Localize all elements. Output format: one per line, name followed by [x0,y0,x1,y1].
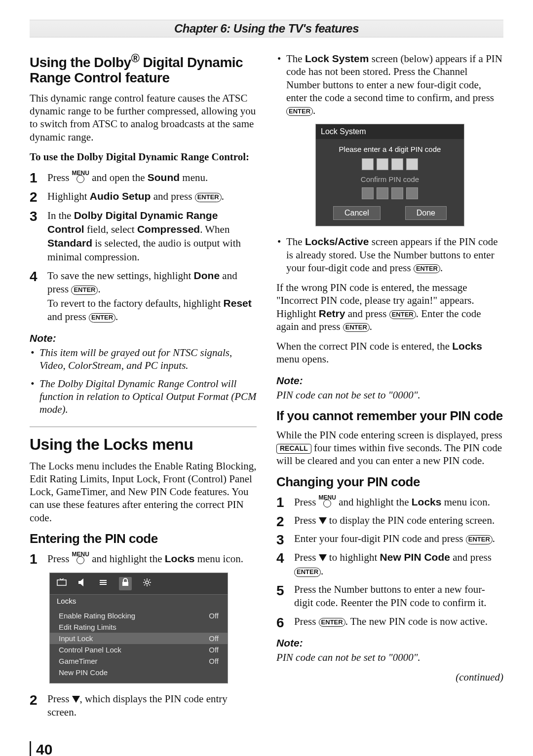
osd-row: Input LockOff [50,633,228,644]
change-pin-step-6: Press ENTER. The new PIN code is now act… [276,615,503,628]
bullet-lock-system: The Lock System screen (below) appears i… [276,52,503,117]
dolby-step-4: To save the new settings, highlight Done… [30,269,257,324]
note-heading: Note: [30,332,257,344]
enter-button-icon: ENTER [343,323,370,332]
svg-line-16 [149,579,150,580]
enter-button-icon: ENTER [319,618,345,627]
note-item: The Dolby Digital Dynamic Range Control … [30,377,257,416]
dialog-confirm: Confirm PIN code [316,172,464,185]
note-heading: Note: [276,637,503,649]
osd-row: GameTimerOff [50,655,228,667]
osd-row: New PIN Code [50,667,228,678]
heading-locks-menu: Using the Locks menu [30,436,257,453]
enter-pin-step-1: Press MENU and highlight the Locks menu … [30,551,257,566]
menu-button-icon: MENU [72,170,89,184]
pin-box [406,158,418,170]
dialog-msg: Please enter a 4 digit PIN code [316,139,464,156]
heading-forget-pin: If you cannot remember your PIN code [276,408,503,424]
enter-button-icon: ENTER [389,310,416,319]
continued-label: (continued) [276,671,503,684]
pin-entry-boxes [316,158,464,170]
pin-box [406,187,418,199]
osd-row: Edit Rating Limits [50,621,228,633]
menu-button-icon: MENU [72,551,89,565]
svg-point-8 [146,581,149,584]
locks-intro: The Locks menu includes the Enable Ratin… [30,460,257,524]
settings-icon [98,578,108,589]
dialog-done-button: Done [405,206,447,220]
down-arrow-icon [319,517,327,524]
down-arrow-icon [72,696,80,703]
enter-button-icon: ENTER [195,193,222,202]
heading-enter-pin: Entering the PIN code [30,531,257,546]
heading-dolby: Using the Dolby® Digital Dynamic Range C… [30,52,257,86]
dolby-step-3: In the Dolby Digital Dynamic Range Contr… [30,209,257,264]
page-number: 40 [36,741,52,756]
note-pin-0000-2: PIN code can not be set to "0000". [276,651,503,664]
svg-rect-7 [122,582,128,586]
svg-line-15 [144,584,145,585]
osd-row: Enable Rating BlockingOff [50,610,228,621]
enter-pin-steps-1: Press MENU and highlight the Locks menu … [30,551,257,566]
chapter-header: Chapter 6: Using the TV's features [30,20,503,37]
recall-button-icon: RECALL [276,444,311,454]
wrong-pin-text: If the wrong PIN code is entered, the me… [276,281,503,333]
tv-icon [57,578,67,589]
enter-button-icon: ENTER [89,313,115,323]
enter-pin-step-2: Press , which displays the PIN code entr… [30,692,257,720]
dolby-steps: Press MENU and open the Sound menu. High… [30,170,257,324]
change-pin-steps: Press MENU and highlight the Locks menu … [276,495,503,628]
change-pin-step-4: Press to highlight New PIN Code and pres… [276,550,503,578]
pin-box [362,187,374,199]
left-column: Using the Dolby® Digital Dynamic Range C… [30,52,257,726]
dolby-howto: To use the Dolby Digital Dynamic Range C… [30,150,257,163]
bullet-locks-active: The Locks/Active screen appears if the P… [276,235,503,274]
enter-button-icon: ENTER [71,286,98,295]
chapter-title: Chapter 6: Using the TV's features [174,22,359,35]
page-footer: 40 [30,741,503,756]
lock-icon [119,577,132,590]
right-column: The Lock System screen (below) appears i… [276,52,503,726]
forget-pin-text: While the PIN code entering screen is di… [276,429,503,468]
svg-line-14 [149,584,150,585]
enter-button-icon: ENTER [466,535,493,544]
osd-row: Control Panel LockOff [50,644,228,655]
change-pin-step-1: Press MENU and highlight the Locks menu … [276,495,503,509]
enter-pin-steps-2: Press , which displays the PIN code entr… [30,692,257,720]
osd-nav-bar [50,573,228,595]
dolby-step-1: Press MENU and open the Sound menu. [30,170,257,184]
change-pin-step-5: Press the Number buttons to enter a new … [276,583,503,610]
svg-marker-3 [78,578,83,586]
note-item: This item will be grayed out for NTSC si… [30,346,257,372]
osd-lock-system-dialog: Lock System Please enter a 4 digit PIN c… [315,124,464,226]
dialog-cancel-button: Cancel [333,206,381,220]
osd-locks-menu: Locks Enable Rating BlockingOff Edit Rat… [49,573,228,684]
enter-button-icon: ENTER [286,107,313,116]
menu-button-icon: MENU [319,495,336,508]
dolby-intro: This dynamic range control feature cause… [30,92,257,144]
change-pin-step-2: Press to display the PIN code entering s… [276,514,503,527]
pin-confirm-boxes [316,187,464,199]
section-divider [30,427,257,427]
dolby-step-2: Highlight Audio Setup and press ENTER. [30,189,257,203]
pin-box [377,187,388,199]
note-heading: Note: [276,375,503,387]
svg-rect-0 [57,580,66,585]
enter-button-icon: ENTER [414,264,440,273]
change-pin-step-3: Enter your four-digit PIN code and press… [276,532,503,545]
osd-title: Locks [50,595,228,607]
gear-icon [143,578,152,589]
locks-active-bullets: The Locks/Active screen appears if the P… [276,235,503,274]
note-pin-0000: PIN code can not be set to "0000". [276,389,503,401]
dialog-title: Lock System [316,124,464,139]
dolby-notes: This item will be grayed out for NTSC si… [30,346,257,416]
pin-box [362,158,374,170]
pin-box [377,158,388,170]
audio-icon [77,578,87,589]
pin-box [391,158,403,170]
enter-button-icon: ENTER [294,568,321,577]
correct-pin-text: When the correct PIN code is entered, th… [276,340,503,366]
lock-system-bullets: The Lock System screen (below) appears i… [276,52,503,117]
heading-change-pin: Changing your PIN code [276,474,503,490]
pin-box [391,187,403,199]
